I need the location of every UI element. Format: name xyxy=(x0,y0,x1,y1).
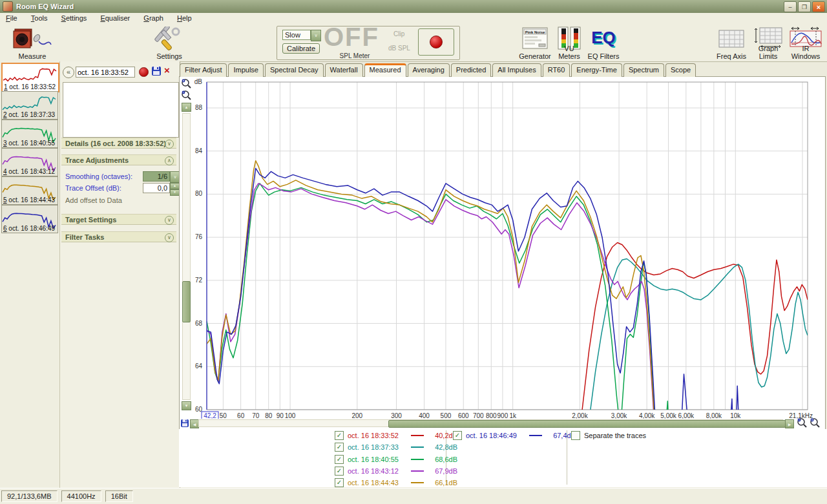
x-tick-label: 900 xyxy=(497,412,508,419)
spin-up-icon[interactable]: ▲ xyxy=(170,183,180,189)
x-tick-label: 80 xyxy=(265,412,273,419)
collapse-panel-button[interactable]: « xyxy=(63,67,74,78)
ir-windows-button[interactable]: IR Windows xyxy=(787,26,824,60)
tab-measured[interactable]: Measured xyxy=(364,63,406,77)
bit-depth-status: 16Bit xyxy=(105,490,133,502)
trace-checkbox[interactable]: ✓ xyxy=(453,431,462,440)
generator-button[interactable]: Pink Noise Generator xyxy=(517,26,553,60)
x-tick-label: 8,00k xyxy=(706,412,722,419)
scroll-up-button[interactable]: ▲ xyxy=(182,103,191,112)
delete-measurement-button[interactable]: × xyxy=(164,65,170,76)
scroll-left-button[interactable]: ◀ xyxy=(190,419,199,428)
x-tick-label: 600 xyxy=(458,412,469,419)
measure-button[interactable]: Measure xyxy=(5,26,59,60)
target-settings-header[interactable]: Target Settings ∨ xyxy=(61,214,176,225)
trace-legend: ✓ oct. 16 18:33:52 40,2dB ✓ oct. 16 18:3… xyxy=(179,429,827,487)
memory-status: 92,1/133,6MB xyxy=(1,490,58,502)
menu-equaliser[interactable]: Equaliser xyxy=(94,13,136,23)
measurement-thumbnail-1[interactable]: 1 oct. 16 18:33:52 xyxy=(1,63,59,92)
save-icon[interactable] xyxy=(181,419,189,427)
trace-offset-stepper[interactable]: 0,0 ▲ ▼ xyxy=(143,183,180,196)
trace-checkbox[interactable]: ✓ xyxy=(335,443,344,452)
tab-spectral-decay[interactable]: Spectral Decay xyxy=(265,63,324,77)
spl-mode-select[interactable]: Slow ∨ xyxy=(282,30,321,41)
trace-checkbox[interactable]: ✓ xyxy=(335,431,344,440)
eq-filters-button[interactable]: EQ EQ Filters xyxy=(585,26,622,60)
menu-graph[interactable]: Graph xyxy=(138,13,169,23)
x-tick-label: 300 xyxy=(391,412,402,419)
tab-filter-adjust[interactable]: Filter Adjust xyxy=(180,63,227,77)
save-icon[interactable] xyxy=(152,67,161,76)
trace-color-line xyxy=(411,459,424,460)
y-tick-label: 76 xyxy=(195,233,203,240)
tab-rt60[interactable]: RT60 xyxy=(543,63,571,77)
zoom-in-icon[interactable] xyxy=(810,417,821,428)
menu-tools[interactable]: Tools xyxy=(25,13,54,23)
settings-icon xyxy=(154,26,184,51)
settings-button[interactable]: Settings xyxy=(142,26,196,60)
tab-waterfall[interactable]: Waterfall xyxy=(325,63,363,77)
scroll-right-button[interactable]: ▶ xyxy=(785,419,794,428)
vu-meters-button[interactable]: VU Meters xyxy=(553,26,585,60)
trace-checkbox[interactable]: ✓ xyxy=(335,478,344,487)
trace-offset-value: 0,0 xyxy=(143,183,170,193)
scroll-down-button[interactable]: ▼ xyxy=(182,401,191,410)
spl-meter-label: SPL Meter xyxy=(303,52,406,59)
record-icon[interactable] xyxy=(139,67,149,77)
frequency-response-chart[interactable]: dB606468727680848842,2506070809010020030… xyxy=(179,77,827,419)
horizontal-scrollbar[interactable] xyxy=(198,419,783,427)
cursor-freq-label: 42,2 xyxy=(204,412,216,419)
details-section-header[interactable]: Details (16 oct. 2008 18:33:52) ∨ xyxy=(61,138,176,149)
chevron-down-icon[interactable]: ∨ xyxy=(165,233,174,242)
horizontal-scrollbar-thumb[interactable] xyxy=(388,420,786,428)
measurement-thumbnail-3[interactable]: 3 oct. 16 18:40:55 xyxy=(1,120,58,148)
zoom-out-icon[interactable] xyxy=(181,90,192,101)
tab-impulse[interactable]: Impulse xyxy=(228,63,264,77)
close-button[interactable]: × xyxy=(812,1,825,12)
smoothing-value: 1/6 xyxy=(143,171,170,182)
x-tick-label: 1k xyxy=(509,412,517,419)
trace-checkbox[interactable]: ✓ xyxy=(335,455,344,464)
chevron-down-icon[interactable]: ∨ xyxy=(311,30,321,41)
maximize-button[interactable]: ❐ xyxy=(798,1,811,12)
add-offset-link[interactable]: Add offset to Data xyxy=(65,196,122,204)
chevron-up-icon[interactable]: ∧ xyxy=(165,156,174,165)
measurement-thumbnail-4[interactable]: 4 oct. 16 18:43:12 xyxy=(1,148,58,176)
notes-area[interactable] xyxy=(63,82,179,138)
trace-adjustments-header[interactable]: Trace Adjustments ∧ xyxy=(61,154,176,165)
spin-down-icon[interactable]: ▼ xyxy=(170,189,180,196)
menu-settings[interactable]: Settings xyxy=(56,13,93,23)
menu-file[interactable]: File xyxy=(0,13,23,23)
measurement-name-input[interactable] xyxy=(76,67,135,78)
legend-row: ✓ oct. 16 18:33:52 40,2dB xyxy=(335,431,457,440)
separate-traces-checkbox[interactable] xyxy=(571,431,580,440)
tab-predicted[interactable]: Predicted xyxy=(451,63,491,77)
minimize-button[interactable]: – xyxy=(784,1,797,12)
x-tick-label: 5,00k xyxy=(660,412,676,419)
filter-tasks-header[interactable]: Filter Tasks ∨ xyxy=(61,231,176,242)
tab-scope[interactable]: Scope xyxy=(665,63,696,77)
measurement-list: 1 oct. 16 18:33:52 2 oct. 16 18:37:33 3 … xyxy=(0,61,59,488)
chevron-down-icon[interactable]: ∨ xyxy=(165,216,174,225)
freq-axis-button[interactable]: Freq Axis xyxy=(712,26,751,60)
tab-spectrum[interactable]: Spectrum xyxy=(623,63,664,77)
smoothing-select[interactable]: 1/6 ∨ xyxy=(143,171,180,183)
chevron-down-icon[interactable]: ∨ xyxy=(165,140,174,149)
measurement-thumbnail-5[interactable]: 5 oct. 16 18:44:43 xyxy=(1,176,58,205)
tab-energy-time[interactable]: Energy-Time xyxy=(571,63,622,77)
trace-checkbox[interactable]: ✓ xyxy=(335,467,344,476)
spl-record-button[interactable] xyxy=(418,28,454,56)
trace-color-line xyxy=(411,482,424,483)
zoom-out-icon[interactable] xyxy=(797,417,808,428)
x-tick-label: 700 xyxy=(473,412,484,419)
tab-all-impulses[interactable]: All Impulses xyxy=(492,63,541,77)
measurement-thumbnail-6[interactable]: 6 oct. 16 18:46:49 xyxy=(1,205,58,233)
measurement-thumbnail-2[interactable]: 2 oct. 16 18:37:33 xyxy=(1,91,58,120)
tab-averaging[interactable]: Averaging xyxy=(408,63,450,77)
graph-limits-button[interactable]: Graph Limits xyxy=(748,26,788,60)
vertical-scrollbar[interactable] xyxy=(182,113,191,400)
vertical-scrollbar-thumb[interactable] xyxy=(182,281,191,322)
menu-help[interactable]: Help xyxy=(171,13,198,23)
zoom-in-icon[interactable] xyxy=(181,78,192,89)
y-tick-label: 88 xyxy=(195,104,203,111)
